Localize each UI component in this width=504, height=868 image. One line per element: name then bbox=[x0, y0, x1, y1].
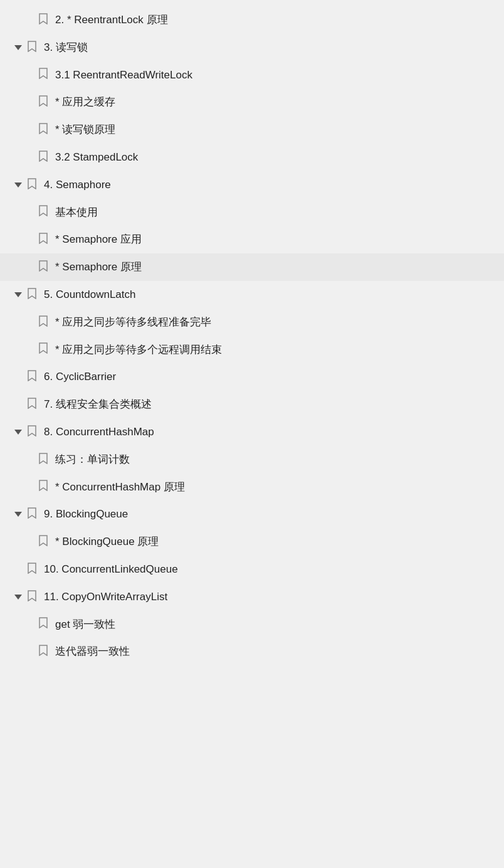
item-get-weak[interactable]: get 弱一致性 bbox=[0, 611, 504, 638]
item-word-count[interactable]: 练习：单词计数 bbox=[0, 446, 504, 474]
item-rw-lock-toggle[interactable] bbox=[13, 42, 24, 53]
item-iter-weak-bookmark-icon bbox=[38, 645, 49, 659]
item-copyonwritearraylist-toggle[interactable] bbox=[13, 591, 24, 603]
item-countdownlatch[interactable]: 5. CountdownLatch bbox=[0, 281, 504, 309]
item-concurrenthashmap-toggle[interactable] bbox=[13, 426, 24, 438]
item-stampedlock[interactable]: 3.2 StampedLock bbox=[0, 144, 504, 171]
item-get-weak-bookmark-icon bbox=[38, 617, 49, 631]
item-semaphore-ee-bookmark-icon bbox=[38, 260, 49, 274]
item-countdownlatch-label: 5. CountdownLatch bbox=[44, 287, 136, 302]
item-concurrenthashmap-bookmark-icon bbox=[26, 425, 38, 439]
item-word-count-bookmark-icon bbox=[38, 453, 49, 467]
item-blockingqueue-bookmark-icon bbox=[26, 507, 38, 521]
item-semaphore-bookmark-icon bbox=[26, 178, 38, 192]
item-basic-use-bookmark-icon bbox=[38, 205, 49, 219]
item-iter-weak[interactable]: 迭代器弱一致性 bbox=[0, 638, 504, 665]
item-sync-multithread-label: * 应用之同步等待多线程准备完毕 bbox=[55, 315, 211, 330]
item-rw-principle-label: * 读写锁原理 bbox=[55, 122, 115, 137]
item-blockingqueue-toggle[interactable] bbox=[13, 509, 24, 520]
item-semaphore-app[interactable]: * Semaphore 应用 bbox=[0, 226, 504, 253]
item-semaphore-ee-label: * Semaphore 原理 bbox=[55, 260, 142, 275]
item-reentrantreadwritelock-bookmark-icon bbox=[38, 68, 49, 82]
item-rw-principle-bookmark-icon bbox=[38, 123, 49, 137]
item-semaphore-app-bookmark-icon bbox=[38, 233, 49, 246]
item-rw-lock-bookmark-icon bbox=[26, 41, 38, 55]
item-stampedlock-label: 3.2 StampedLock bbox=[55, 150, 138, 165]
item-reentrantreadwritelock-label: 3.1 ReentrantReadWriteLock bbox=[55, 68, 192, 83]
item-concurrenthashmap[interactable]: 8. ConcurrentHashMap bbox=[0, 418, 504, 446]
item-semaphore-app-label: * Semaphore 应用 bbox=[55, 232, 142, 247]
item-app-cache[interactable]: * 应用之缓存 bbox=[0, 88, 504, 116]
item-get-weak-label: get 弱一致性 bbox=[55, 617, 115, 632]
item-countdownlatch-toggle[interactable] bbox=[13, 289, 24, 300]
item-iter-weak-label: 迭代器弱一致性 bbox=[55, 644, 130, 659]
item-thread-safe-overview-label: 7. 线程安全集合类概述 bbox=[44, 397, 152, 412]
item-rw-lock[interactable]: 3. 读写锁 bbox=[0, 34, 504, 61]
item-word-count-label: 练习：单词计数 bbox=[55, 452, 130, 467]
item-cyclicbarrier-label: 6. CyclicBarrier bbox=[44, 369, 116, 384]
item-copyonwritearraylist-label: 11. CopyOnWriteArrayList bbox=[44, 590, 167, 605]
item-copyonwritearraylist[interactable]: 11. CopyOnWriteArrayList bbox=[0, 583, 504, 611]
item-app-cache-bookmark-icon bbox=[38, 95, 49, 109]
item-concurrenthashmap-label: 8. ConcurrentHashMap bbox=[44, 425, 154, 440]
item-bq-principle-bookmark-icon bbox=[38, 535, 49, 549]
item-cyclicbarrier[interactable]: 6. CyclicBarrier bbox=[0, 363, 504, 391]
item-blockingqueue[interactable]: 9. BlockingQueue bbox=[0, 500, 504, 528]
item-sync-remote-bookmark-icon bbox=[38, 342, 49, 356]
item-app-cache-label: * 应用之缓存 bbox=[55, 95, 115, 110]
item-chm-principle-label: * ConcurrentHashMap 原理 bbox=[55, 480, 185, 495]
item-semaphore-toggle[interactable] bbox=[13, 179, 24, 191]
item-bq-principle[interactable]: * BlockingQueue 原理 bbox=[0, 528, 504, 556]
item-copyonwritearraylist-bookmark-icon bbox=[26, 590, 38, 604]
item-reentrantlock-principle-bookmark-icon bbox=[38, 13, 49, 27]
item-reentrantlock-principle[interactable]: 2. * ReentrantLock 原理 bbox=[0, 6, 504, 34]
item-rw-lock-label: 3. 读写锁 bbox=[44, 40, 88, 55]
item-thread-safe-overview[interactable]: 7. 线程安全集合类概述 bbox=[0, 391, 504, 418]
item-blockingqueue-label: 9. BlockingQueue bbox=[44, 507, 128, 522]
item-countdownlatch-bookmark-icon bbox=[26, 288, 38, 302]
item-reentrantreadwritelock[interactable]: 3.1 ReentrantReadWriteLock bbox=[0, 61, 504, 89]
item-stampedlock-bookmark-icon bbox=[38, 151, 49, 164]
item-rw-principle[interactable]: * 读写锁原理 bbox=[0, 116, 504, 144]
item-cyclicbarrier-bookmark-icon bbox=[26, 370, 38, 384]
item-reentrantlock-principle-label: 2. * ReentrantLock 原理 bbox=[55, 13, 168, 28]
item-concurrentlinkedqueue[interactable]: 10. ConcurrentLinkedQueue bbox=[0, 556, 504, 583]
item-basic-use-label: 基本使用 bbox=[55, 205, 98, 220]
item-sync-remote[interactable]: * 应用之同步等待多个远程调用结束 bbox=[0, 336, 504, 364]
item-semaphore-label: 4. Semaphore bbox=[44, 177, 111, 193]
item-thread-safe-overview-bookmark-icon bbox=[26, 398, 38, 411]
item-concurrentlinkedqueue-bookmark-icon bbox=[26, 563, 38, 576]
tree-view: 2. * ReentrantLock 原理 3. 读写锁 3.1 Reentra… bbox=[0, 0, 504, 672]
item-semaphore-ee[interactable]: * Semaphore 原理 bbox=[0, 253, 504, 281]
item-basic-use[interactable]: 基本使用 bbox=[0, 199, 504, 226]
item-sync-multithread[interactable]: * 应用之同步等待多线程准备完毕 bbox=[0, 309, 504, 336]
item-chm-principle[interactable]: * ConcurrentHashMap 原理 bbox=[0, 474, 504, 501]
item-bq-principle-label: * BlockingQueue 原理 bbox=[55, 534, 159, 549]
item-chm-principle-bookmark-icon bbox=[38, 480, 49, 494]
item-sync-multithread-bookmark-icon bbox=[38, 315, 49, 329]
item-sync-remote-label: * 应用之同步等待多个远程调用结束 bbox=[55, 342, 222, 357]
item-semaphore[interactable]: 4. Semaphore bbox=[0, 171, 504, 199]
item-concurrentlinkedqueue-label: 10. ConcurrentLinkedQueue bbox=[44, 562, 178, 577]
